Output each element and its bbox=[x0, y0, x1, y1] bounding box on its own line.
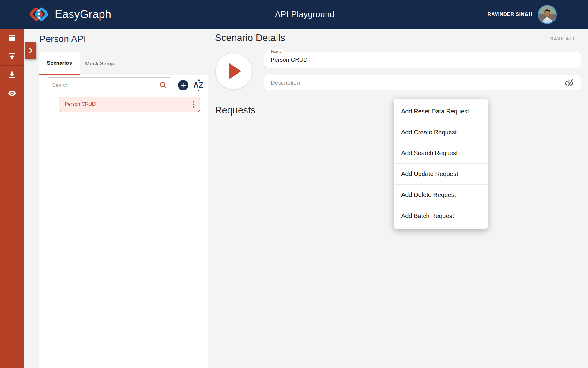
left-panel: Person API Scenarios Mock Setup AZ Perso… bbox=[24, 29, 208, 368]
app-logo: EasyGraph bbox=[29, 0, 111, 29]
scenario-list-item[interactable]: Person CRUD bbox=[59, 97, 200, 112]
run-scenario-button[interactable] bbox=[215, 53, 252, 90]
page-title: API Playground bbox=[275, 0, 335, 29]
sidebar-item-view[interactable] bbox=[0, 84, 24, 102]
sort-down-arrow-icon bbox=[197, 90, 200, 91]
app-name: EasyGraph bbox=[55, 8, 111, 21]
easygraph-logo-icon bbox=[29, 6, 49, 23]
panel-tabs: Scenarios Mock Setup bbox=[39, 52, 120, 75]
save-all-button[interactable]: SAVE ALL bbox=[550, 36, 576, 42]
user-block: RAVINDER SINGH bbox=[488, 0, 557, 29]
sidebar bbox=[0, 29, 24, 368]
sidebar-item-download[interactable] bbox=[0, 66, 24, 84]
description-input[interactable] bbox=[264, 75, 581, 90]
plus-icon bbox=[180, 82, 186, 88]
avatar-photo-icon bbox=[539, 6, 556, 23]
main-area: Scenario Details SAVE ALL Name Requests … bbox=[208, 29, 588, 368]
user-name: RAVINDER SINGH bbox=[488, 12, 532, 17]
header: EasyGraph API Playground RAVINDER SINGH bbox=[0, 0, 588, 29]
search-field bbox=[47, 77, 172, 93]
name-field-label: Name bbox=[269, 49, 284, 54]
sidebar-item-upload[interactable] bbox=[0, 47, 24, 66]
menu-item-add-search-request[interactable]: Add Search Request bbox=[394, 143, 488, 164]
requests-title: Requests bbox=[215, 105, 256, 116]
tab-scenarios[interactable]: Scenarios bbox=[39, 52, 80, 75]
scenario-item-label: Person CRUD bbox=[59, 102, 193, 107]
sort-alphabetical-button[interactable]: AZ bbox=[191, 79, 205, 92]
eye-icon bbox=[8, 89, 16, 97]
panel-expand-tab[interactable] bbox=[25, 42, 36, 59]
panel-title: Person API bbox=[40, 34, 86, 44]
sidebar-item-apps[interactable] bbox=[0, 29, 24, 47]
grid-apps-icon bbox=[8, 34, 16, 42]
add-scenario-button[interactable] bbox=[178, 80, 188, 90]
add-request-menu: Add Reset Data Request Add Create Reques… bbox=[394, 99, 488, 229]
menu-item-add-reset-data-request[interactable]: Add Reset Data Request bbox=[394, 101, 488, 122]
menu-item-add-update-request[interactable]: Add Update Request bbox=[394, 164, 488, 185]
sort-up-arrow-icon bbox=[198, 79, 201, 81]
preview-edit-icon[interactable] bbox=[564, 79, 574, 88]
name-input[interactable] bbox=[264, 52, 581, 68]
menu-item-add-batch-request[interactable]: Add Batch Request bbox=[394, 205, 488, 226]
chevron-right-icon bbox=[28, 47, 33, 54]
menu-item-add-delete-request[interactable]: Add Delete Request bbox=[394, 185, 488, 205]
user-avatar[interactable] bbox=[538, 5, 557, 24]
description-field bbox=[264, 75, 581, 90]
tab-mock-setup[interactable]: Mock Setup bbox=[80, 52, 120, 75]
name-field: Name bbox=[264, 52, 581, 68]
publish-upload-icon bbox=[8, 52, 16, 60]
download-icon bbox=[8, 71, 16, 79]
sort-alphabetical-icon: AZ bbox=[194, 82, 204, 89]
search-input[interactable] bbox=[47, 77, 172, 93]
section-title: Scenario Details bbox=[215, 33, 285, 44]
play-icon bbox=[229, 63, 241, 79]
menu-item-add-create-request[interactable]: Add Create Request bbox=[394, 122, 488, 143]
search-icon[interactable] bbox=[159, 81, 167, 89]
kebab-menu-icon[interactable] bbox=[193, 101, 200, 108]
scenarios-card: AZ Person CRUD bbox=[39, 75, 208, 368]
